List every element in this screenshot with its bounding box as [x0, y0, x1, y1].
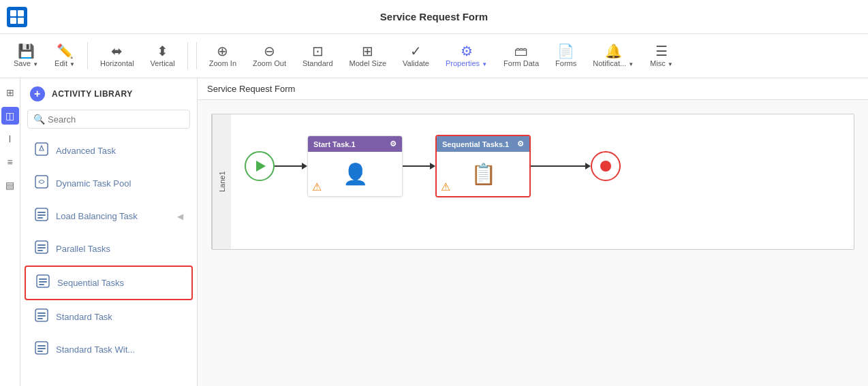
sequential-tasks-label: Sequential Tasks: [57, 278, 124, 288]
task-1-title: Start Task.1: [313, 140, 356, 148]
toolbar-label-zoomout: Zoom Out: [253, 59, 286, 67]
task-1-warning-icon: ⚠: [312, 180, 322, 193]
arrow-2: [403, 163, 435, 170]
toolbar-item-standard[interactable]: ⊡ Standard: [296, 42, 340, 70]
toolbar-sep-after-vertical: [187, 42, 188, 69]
rail-icon-grid[interactable]: ⊞: [1, 84, 19, 101]
parallel-tasks-icon-wrap: [34, 240, 49, 258]
toolbar-sep-after-edit: [87, 42, 88, 69]
end-circle[interactable]: [591, 151, 621, 181]
advanced-task-label: Advanced Task: [56, 146, 116, 156]
rail-icon-text[interactable]: I: [1, 130, 19, 148]
icon-rail: ⊞◫I≡▤: [0, 78, 20, 386]
task-1-box[interactable]: Start Task.1 ⚙ 👤 ⚠: [307, 135, 403, 197]
toolbar-item-zoomout[interactable]: ⊖ Zoom Out: [246, 42, 293, 70]
lib-item-load-balancing-task[interactable]: Load Balancing Task ◀: [25, 200, 193, 232]
lib-item-standard-task[interactable]: Standard Task: [25, 301, 193, 333]
toolbar-item-save[interactable]: 💾 Save ▼: [7, 42, 45, 70]
start-node[interactable]: [245, 151, 275, 181]
toolbar-item-zoomin[interactable]: ⊕ Zoom In: [202, 42, 243, 70]
toolbar: 💾 Save ▼ ✏️ Edit ▼ ⬌ Horizontal ⬍ Vertic…: [0, 34, 868, 78]
toolbar-label-standard: Standard: [303, 59, 333, 67]
top-bar: Service Request Form: [0, 0, 868, 34]
svg-rect-18: [37, 318, 43, 319]
end-inner: [600, 161, 611, 172]
lib-item-dynamic-task-pool[interactable]: Dynamic Task Pool: [25, 167, 193, 199]
toolbar-item-horizontal[interactable]: ⬌ Horizontal: [93, 42, 141, 70]
parallel-tasks-label: Parallel Tasks: [56, 244, 110, 254]
lane-content: Start Task.1 ⚙ 👤 ⚠: [231, 114, 854, 218]
task-1-body: 👤 ⚠: [308, 152, 402, 196]
rail-icon-layers[interactable]: ◫: [1, 107, 19, 125]
advanced-task-icon-wrap: [34, 142, 49, 160]
start-circle[interactable]: [245, 151, 275, 181]
svg-rect-22: [37, 351, 43, 352]
task-2-node[interactable]: Sequential Tasks.1 ⚙ 📋 ⚠: [435, 135, 531, 197]
add-activity-button[interactable]: +: [30, 86, 45, 101]
canvas-area[interactable]: Service Request Form Lane1: [198, 78, 868, 386]
toolbar-label-forms: Forms: [555, 59, 576, 67]
task-2-icon: 📋: [471, 162, 496, 186]
task-2-box[interactable]: Sequential Tasks.1 ⚙ 📋 ⚠: [435, 135, 531, 197]
lib-item-advanced-task[interactable]: Advanced Task: [25, 135, 193, 167]
svg-rect-20: [37, 345, 46, 347]
lib-item-sequential-tasks[interactable]: Sequential Tasks: [25, 266, 193, 300]
toolbar-icon-forms: 📄: [557, 44, 574, 58]
svg-rect-2: [35, 176, 48, 188]
toolbar-item-edit[interactable]: ✏️ Edit ▼: [48, 42, 82, 70]
arrow-3: [531, 163, 591, 170]
toolbar-item-vertical[interactable]: ⬍ Vertical: [144, 42, 182, 70]
toolbar-item-validate[interactable]: ✓ Validate: [396, 42, 436, 70]
toolbar-item-misc[interactable]: ☰ Misc ▼: [643, 42, 680, 70]
search-box[interactable]: 🔍: [27, 110, 190, 129]
dynamic-task-pool-label: Dynamic Task Pool: [56, 178, 131, 189]
app-logo[interactable]: [7, 7, 27, 27]
toolbar-icon-vertical: ⬍: [157, 44, 168, 58]
arrowhead-1: [302, 163, 307, 170]
toolbar-item-forms[interactable]: 📄 Forms: [548, 42, 583, 70]
standard-task-icon-wrap: [34, 308, 49, 326]
canvas-content[interactable]: Lane1: [198, 114, 868, 386]
standard-task-label: Standard Task: [56, 312, 112, 322]
sequential-tasks-icon: [35, 274, 50, 289]
search-input[interactable]: [48, 114, 184, 125]
page-title: Service Request Form: [380, 11, 488, 22]
svg-rect-21: [37, 348, 46, 349]
toolbar-icon-notifications: 🔔: [605, 44, 622, 58]
toolbar-label-edit: Edit ▼: [55, 59, 75, 67]
toolbar-label-properties: Properties ▼: [446, 59, 487, 67]
lane-box: Lane1: [211, 114, 854, 250]
rail-icon-list2[interactable]: ▤: [1, 176, 19, 194]
line-2: [403, 165, 430, 167]
toolbar-item-modelsize[interactable]: ⊞ Model Size: [343, 42, 393, 70]
toolbar-sep-4: [196, 42, 197, 69]
load-balancing-task-icon-wrap: [34, 207, 49, 225]
rail-icon-list1[interactable]: ≡: [1, 153, 19, 171]
task-1-gear-icon[interactable]: ⚙: [390, 140, 397, 148]
task-1-node[interactable]: Start Task.1 ⚙ 👤 ⚠: [307, 135, 403, 197]
line-1: [275, 165, 302, 167]
task-2-gear-icon[interactable]: ⚙: [517, 140, 524, 148]
toolbar-icon-formdata: 🗃: [514, 44, 528, 58]
svg-rect-5: [37, 214, 46, 216]
svg-rect-17: [37, 315, 46, 317]
toolbar-item-notifications[interactable]: 🔔 Notificat... ▼: [586, 42, 640, 70]
task-2-body: 📋 ⚠: [437, 152, 529, 196]
end-node[interactable]: [591, 151, 621, 181]
library-header: + ACTIVITY LIBRARY: [20, 78, 197, 107]
svg-rect-12: [39, 278, 47, 280]
toolbar-label-notifications: Notificat... ▼: [593, 59, 634, 67]
toolbar-label-validate: Validate: [403, 59, 429, 67]
svg-rect-6: [37, 217, 43, 219]
toolbar-icon-zoomin: ⊕: [217, 44, 228, 58]
toolbar-label-formdata: Form Data: [503, 59, 539, 67]
load-balancing-task-label: Load Balancing Task: [56, 211, 138, 221]
lib-item-standard-task-with[interactable]: Standard Task Wit...: [25, 334, 193, 366]
toolbar-icon-properties: ⚙: [461, 44, 473, 58]
toolbar-icon-misc: ☰: [655, 44, 668, 58]
advanced-task-icon: [34, 142, 49, 157]
toolbar-label-modelsize: Model Size: [350, 59, 386, 67]
toolbar-item-properties[interactable]: ⚙ Properties ▼: [439, 42, 494, 70]
lib-item-parallel-tasks[interactable]: Parallel Tasks: [25, 233, 193, 265]
toolbar-item-formdata[interactable]: 🗃 Form Data: [497, 42, 546, 70]
